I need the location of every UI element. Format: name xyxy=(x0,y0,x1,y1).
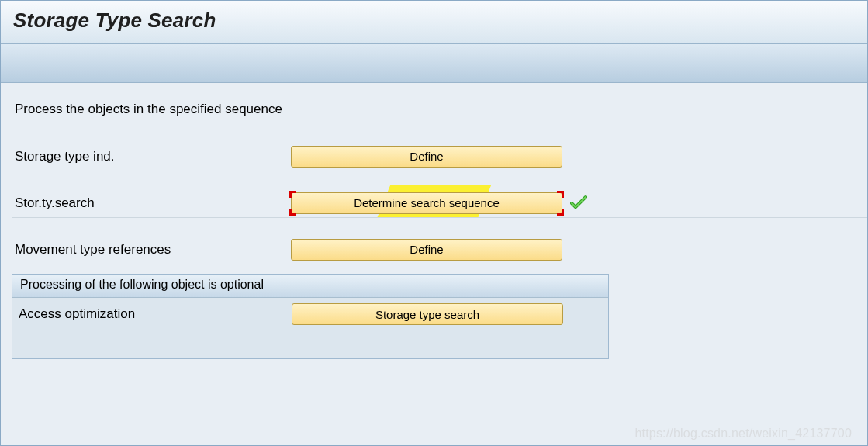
label-storage-type-ind: Storage type ind. xyxy=(12,149,291,164)
optional-group: Processing of the following object is op… xyxy=(12,274,609,359)
label-access-optimization: Access optimization xyxy=(19,306,292,322)
row-movement-type-references: Movement type references Define xyxy=(12,238,867,264)
selection-corner-icon xyxy=(557,209,564,216)
application-toolbar xyxy=(1,44,867,83)
define-button-movement-type[interactable]: Define xyxy=(291,239,562,261)
button-label: Storage type search xyxy=(375,308,479,321)
storage-type-search-button[interactable]: Storage type search xyxy=(292,303,563,325)
selection-corner-icon xyxy=(289,209,296,216)
selection-corner-icon xyxy=(289,191,296,198)
label-stor-ty-search: Stor.ty.search xyxy=(12,195,291,211)
selection-corner-icon xyxy=(557,191,564,198)
button-label: Define xyxy=(410,150,443,163)
determine-search-sequence-button[interactable]: Determine search sequence xyxy=(291,192,562,214)
optional-group-header: Processing of the following object is op… xyxy=(12,275,608,298)
button-label: Define xyxy=(410,243,443,256)
row-access-optimization: Access optimization Storage type search xyxy=(12,298,608,327)
instruction-text: Process the objects in the specified seq… xyxy=(12,94,867,145)
page-title: Storage Type Search xyxy=(13,9,855,33)
content-area: Process the objects in the specified seq… xyxy=(1,83,867,445)
row-storage-type-ind: Storage type ind. Define xyxy=(12,145,867,171)
define-button-storage-type-ind[interactable]: Define xyxy=(291,146,562,168)
sap-window: Storage Type Search Process the objects … xyxy=(0,0,868,446)
watermark-text: https://blog.csdn.net/weixin_42137700 xyxy=(635,427,852,441)
title-bar: Storage Type Search xyxy=(1,1,867,44)
button-label: Determine search sequence xyxy=(354,196,500,209)
row-stor-ty-search: Stor.ty.search Determine search sequence xyxy=(12,192,867,218)
label-movement-type-references: Movement type references xyxy=(12,242,291,258)
checkmark-icon xyxy=(570,195,587,213)
